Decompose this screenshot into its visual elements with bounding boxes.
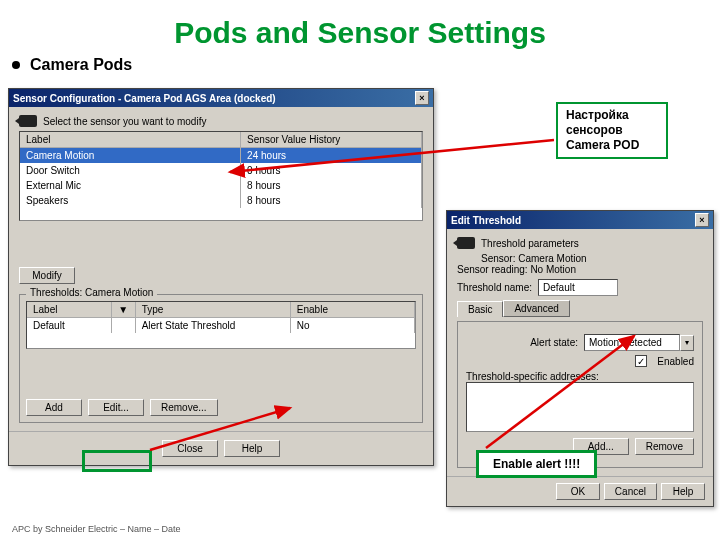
alert-state-label: Alert state: — [530, 337, 578, 348]
threshold-row[interactable]: Default Alert State Threshold No — [27, 318, 415, 333]
group-title: Thresholds: Camera Motion — [26, 287, 157, 298]
camera-icon — [457, 237, 475, 249]
remove-address-button[interactable]: Remove — [635, 438, 694, 455]
sensor-config-window: Sensor Configuration - Camera Pod AGS Ar… — [8, 88, 434, 466]
list-row[interactable]: External Mic 8 hours — [20, 178, 422, 193]
reading-line: Sensor reading: No Motion — [457, 264, 703, 275]
modify-button[interactable]: Modify — [19, 267, 75, 284]
add-button[interactable]: Add — [26, 399, 82, 416]
help-button2[interactable]: Help — [661, 483, 705, 500]
bullet-text: Camera Pods — [30, 56, 132, 74]
tcol-type[interactable]: Type — [136, 302, 291, 317]
cancel-button[interactable]: Cancel — [604, 483, 657, 500]
callout-setup: Настройка сенсоров Camera POD — [556, 102, 668, 159]
titlebar: Edit Threshold × — [447, 211, 713, 229]
ok-button[interactable]: OK — [556, 483, 600, 500]
spec-label: Threshold-specific addresses: — [466, 371, 694, 382]
instruction-text: Select the sensor you want to modify — [43, 116, 206, 127]
remove-button[interactable]: Remove... — [150, 399, 218, 416]
col-history[interactable]: Sensor Value History — [241, 132, 422, 147]
window-title: Edit Threshold — [451, 215, 521, 226]
enabled-checkbox[interactable]: ✓ — [635, 355, 647, 367]
titlebar: Sensor Configuration - Camera Pod AGS Ar… — [9, 89, 433, 107]
camera-icon — [19, 115, 37, 127]
close-icon[interactable]: × — [415, 91, 429, 105]
tcol-label[interactable]: Label — [27, 302, 112, 317]
sort-icon[interactable]: ▼ — [112, 302, 135, 317]
list-row[interactable]: Speakers 8 hours — [20, 193, 422, 208]
thresh-name-input[interactable]: Default — [538, 279, 618, 296]
callout-enable: Enable alert !!!! — [476, 450, 597, 478]
thresh-name-label: Threshold name: — [457, 282, 532, 293]
footer: APC by Schneider Electric – Name – Date — [12, 524, 181, 534]
close-icon[interactable]: × — [695, 213, 709, 227]
list-row[interactable]: Camera Motion 24 hours — [20, 148, 422, 163]
bullet-row: Camera Pods — [0, 56, 720, 74]
col-label[interactable]: Label — [20, 132, 241, 147]
slide-title: Pods and Sensor Settings — [0, 0, 720, 56]
addresses-textarea[interactable] — [466, 382, 694, 432]
list-row[interactable]: Door Switch 0 hours — [20, 163, 422, 178]
chevron-down-icon: ▾ — [680, 335, 694, 351]
edit-button[interactable]: Edit... — [88, 399, 144, 416]
enabled-label: Enabled — [657, 356, 694, 367]
alert-state-combo[interactable]: Motion Detected ▾ — [584, 334, 694, 351]
tab-advanced[interactable]: Advanced — [503, 300, 569, 317]
close-button[interactable]: Close — [162, 440, 218, 457]
tab-basic[interactable]: Basic — [457, 301, 503, 317]
bullet-icon — [12, 61, 20, 69]
help-button[interactable]: Help — [224, 440, 280, 457]
tcol-enable[interactable]: Enable — [291, 302, 415, 317]
sensor-list[interactable]: Label Sensor Value History Camera Motion… — [19, 131, 423, 221]
sensor-line: Sensor: Camera Motion — [481, 253, 703, 264]
window-title: Sensor Configuration - Camera Pod AGS Ar… — [13, 93, 276, 104]
threshold-header: Threshold parameters — [481, 238, 579, 249]
